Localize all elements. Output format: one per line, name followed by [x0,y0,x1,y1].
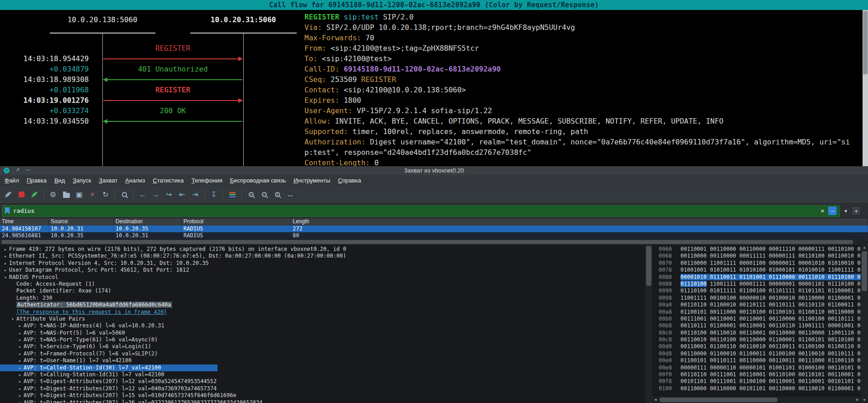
go-forward-icon[interactable]: → [150,189,162,201]
tree-row[interactable]: ▸AVP: t=Calling-Station-Id(31) l=7 val=4… [0,371,645,378]
scroll-left-icon[interactable]: ◀ [652,397,659,403]
reload-icon[interactable]: ↻ [100,189,111,201]
hex-row[interactable]: 006000110001 00110000 00110000 00011110 … [659,246,861,253]
packet-row[interactable]: 24.98415810710.0.20.3110.0.20.35RADIUS27… [0,225,868,232]
tree-row[interactable]: ▸AVP: t=Service-Type(6) l=6 val=Login(1) [0,343,645,350]
detail-scrollbar-vertical[interactable] [645,245,652,403]
filter-apply-icon[interactable] [828,206,837,215]
hex-scrollbar-horizontal[interactable]: ◀ ▶ [652,397,861,403]
expander-icon[interactable]: ▸ [16,385,24,392]
close-file-icon[interactable]: × [87,189,98,201]
hex-row[interactable]: 00d000110001 01100110 00110010 00110011 … [659,343,861,350]
callflow-scrollbar[interactable] [863,10,868,166]
tree-row[interactable]: ▸AVP: t=Digest-Attributes(207) l=36 val=… [0,399,645,403]
scrollbar-track[interactable] [645,245,652,403]
scrollbar-thumb[interactable] [863,11,868,74]
scroll-right-icon[interactable]: ▶ [854,397,861,403]
packet-list-scrollbar-horizontal[interactable] [0,239,868,245]
hex-row[interactable]: 00c800110010 00110100 00110000 01100001 … [659,336,861,343]
hex-row[interactable]: 00a801100101 00111000 00110100 01100101 … [659,309,861,316]
display-filter-input[interactable]: radius [2,205,840,217]
tree-row[interactable]: Code: Access-Request (1) [0,281,645,288]
expander-icon[interactable]: ▸ [2,260,9,267]
packet-row[interactable]: 24.98561688110.0.20.3510.0.20.31RADIUS80 [0,232,868,239]
scrollbar-thumb[interactable] [660,398,777,402]
hex-row[interactable]: 00e800000111 00000110 00000101 01001101 … [659,365,861,371]
auto-scroll-icon[interactable]: ↧ [208,189,220,201]
hex-scrollbar-vertical[interactable]: ▲ ▼ [861,245,868,403]
hex-row[interactable]: 007000110000 11001111 00001100 00000011 … [659,260,861,267]
expander-icon[interactable]: ▸ [16,322,24,329]
tree-row[interactable]: ▸AVP: t=Digest-Attributes(207) l=12 val=… [0,378,645,385]
expander-icon[interactable]: ▾ [2,274,9,281]
tree-row[interactable]: [The response to this request is in fram… [0,309,645,316]
first-packet-icon[interactable]: ⇤ [176,189,188,201]
find-packet-icon[interactable] [118,189,130,201]
expander-icon[interactable]: ▾ [9,316,16,322]
hex-row[interactable]: 00f800101101 00111001 01100100 00110001 … [659,378,861,385]
tree-row[interactable]: ▾Attribute Value Pairs [0,316,645,322]
bookmark-icon[interactable] [5,207,10,214]
go-to-packet-icon[interactable]: ↪ [163,189,175,201]
expander-icon[interactable]: ▸ [16,350,24,357]
tree-row[interactable]: Length: 230 [0,295,645,302]
hex-row[interactable]: 00d800110000 01100010 01100011 01100100 … [659,350,861,357]
expander-icon[interactable]: ▸ [16,365,24,371]
hex-row[interactable]: 007801001001 01010011 01010100 01000101 … [659,267,861,273]
expander-icon[interactable]: ▸ [16,378,24,385]
hex-row[interactable]: 00b800110111 01100001 00110001 00110110 … [659,322,861,329]
tree-row[interactable]: ▸AVP: t=Called-Station-Id(30) l=7 val=42… [0,365,217,371]
start-capture-icon[interactable] [2,189,14,201]
tree-row[interactable]: ▸AVP: t=NAS-Port(5) l=6 val=5060 [0,330,645,336]
scrollbar-thumb[interactable] [646,246,651,286]
tree-row[interactable]: ▾RADIUS Protocol [0,274,645,281]
filter-dropdown-icon[interactable] [843,208,849,214]
menu-go[interactable]: Запуск [72,177,91,184]
tree-row[interactable]: ▸Ethernet II, Src: PCSSystemtec_76:e7:e5… [0,253,645,259]
tree-row[interactable]: Packet identifier: 0xae (174) [0,288,645,294]
expander-icon[interactable]: ▸ [2,246,9,253]
hex-row[interactable]: 00e001100101 00110111 00110000 00110011 … [659,357,861,364]
expander-icon[interactable]: ▸ [2,253,9,259]
stop-capture-icon[interactable] [15,189,27,201]
hex-row[interactable]: 008000001010 01110011 01101001 01110000 … [659,274,861,281]
hex-row[interactable]: 009811001111 00100100 00000010 00100010 … [659,295,861,302]
hex-row[interactable]: 00c000110100 00110010 00110001 00110000 … [659,330,861,336]
column-header-source[interactable]: Source [49,218,114,225]
scroll-down-icon[interactable]: ▼ [861,398,868,403]
tree-row[interactable]: ▸AVP: t=Digest-Attributes(207) l=15 val=… [0,392,645,399]
capture-options-icon[interactable]: ⚙ [47,189,59,201]
column-header-time[interactable]: Time [0,218,49,225]
last-packet-icon[interactable]: ⇥ [189,189,201,201]
expander-icon[interactable]: ▸ [16,336,24,343]
column-header-length[interactable]: Length [291,218,868,225]
open-file-icon[interactable] [60,189,72,201]
filter-add-button[interactable] [852,206,861,216]
hex-row[interactable]: 00f000110110 00111001 00110001 00110100 … [659,371,861,378]
expander-icon[interactable]: ▸ [16,343,24,350]
restart-capture-icon[interactable] [29,189,40,201]
column-header-protocol[interactable]: Protocol [182,218,291,225]
colorize-icon[interactable] [227,189,238,201]
menu-wireless[interactable]: Беспроводная связь [230,177,286,184]
zoom-in-icon[interactable]: + [245,189,257,201]
tree-row[interactable]: ▸User Datagram Protocol, Src Port: 45612… [0,267,645,273]
menu-help[interactable]: Справка [338,177,361,184]
tree-row[interactable]: ▸AVP: t=Framed-Protocol(7) l=6 val=SLIP(… [0,350,645,357]
resize-columns-icon[interactable]: ↔ [285,189,296,201]
expander-icon[interactable]: ▸ [16,371,24,378]
tree-row[interactable]: ▸AVP: t=NAS-Port-Type(61) l=6 val=Async(… [0,336,645,343]
expander-icon[interactable]: ▸ [16,330,24,336]
column-header-destination[interactable]: Destination [114,218,182,225]
hex-row[interactable]: 009001110100 01011111 01100100 01101111 … [659,288,861,294]
expander-icon[interactable]: ▸ [2,267,9,273]
go-back-icon[interactable]: ← [137,189,149,201]
menu-telephony[interactable]: Телефония [192,177,222,184]
tree-row[interactable]: ▸Frame 419: 272 bytes on wire (2176 bits… [0,246,645,253]
tree-row[interactable]: ▸AVP: t=NAS-IP-Address(4) l=6 val=10.0.2… [0,322,645,329]
filter-clear-icon[interactable] [820,207,825,214]
tree-row[interactable]: ▸AVP: t=User-Name(1) l=7 val=42100 [0,357,645,364]
menu-statistics[interactable]: Статистика [153,177,183,184]
tree-row[interactable]: ▸AVP: t=Digest-Attributes(207) l=12 val=… [0,385,645,392]
menu-tools[interactable]: Инструменты [294,177,330,184]
